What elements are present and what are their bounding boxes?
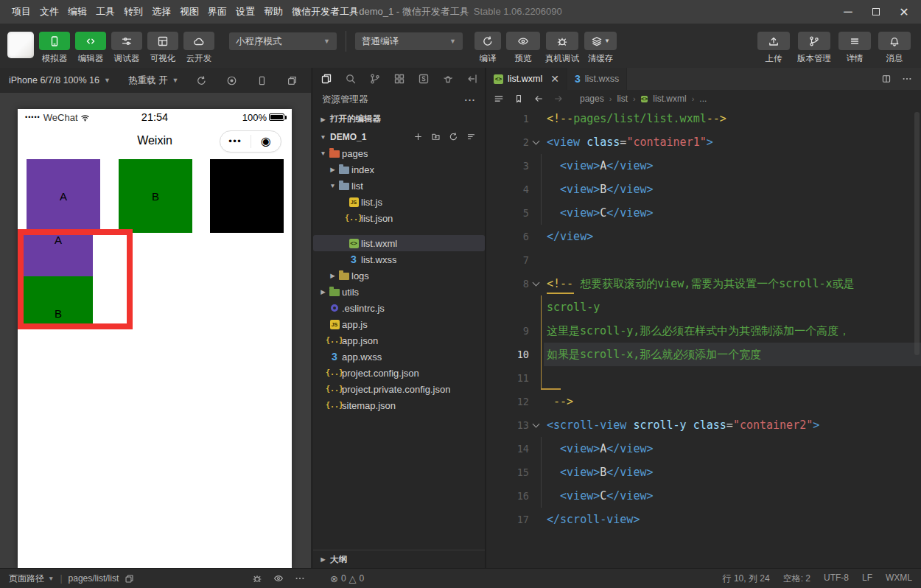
toolbar-button-调试器[interactable]: 调试器	[111, 24, 142, 64]
menu-item-2[interactable]: 文件	[35, 5, 63, 18]
code-line-16[interactable]: 16 <view>C</view>	[486, 484, 921, 508]
eye-icon[interactable]	[273, 573, 284, 584]
code-editor[interactable]: 1<!--pages/list/list.wxml-->2<view class…	[486, 107, 921, 568]
refresh-icon[interactable]	[196, 75, 207, 86]
menu-item-4[interactable]: 工具	[91, 5, 119, 18]
statusbar-item-3[interactable]: LF	[862, 573, 872, 585]
scroll-view[interactable]: AB	[18, 229, 133, 329]
list-lines-icon[interactable]	[494, 94, 504, 104]
tree-item-project.config.json[interactable]: {..}project.config.json	[313, 365, 485, 381]
dots-icon[interactable]	[295, 573, 305, 584]
newfolder-icon[interactable]	[431, 132, 441, 141]
toolbar-button-真机调试[interactable]: 真机调试	[545, 24, 579, 64]
toolbar-button-编译[interactable]: 编译	[474, 24, 501, 64]
collapse-all-icon[interactable]	[466, 132, 476, 141]
tree-item-index[interactable]: ▶index	[313, 161, 485, 178]
windows-icon[interactable]	[287, 75, 298, 86]
problems-indicator[interactable]: ⊗ 0 △ 0	[330, 573, 364, 584]
more-actions-icon[interactable]: ···	[465, 95, 477, 105]
menu-item-3[interactable]: 编辑	[63, 5, 91, 18]
code-line-2[interactable]: 2<view class="container1">	[486, 130, 921, 154]
maximize-button[interactable]	[862, 0, 890, 24]
files-icon[interactable]	[321, 73, 332, 85]
arrow-right-icon[interactable]	[553, 94, 564, 104]
menu-item-1[interactable]: 项目	[7, 5, 35, 18]
tree-item-list.wxml[interactable]: <>list.wxml	[313, 235, 485, 251]
toolbar-button-编辑器[interactable]: 编辑器	[75, 24, 106, 64]
plus-icon[interactable]	[413, 132, 423, 141]
open-editors-section[interactable]: ▶ 打开的编辑器	[313, 110, 485, 128]
statusbar-item-4[interactable]: WXML	[886, 573, 912, 585]
toolbar-button-清缓存[interactable]: ▼清缓存	[584, 24, 617, 64]
bookmark-icon[interactable]	[514, 94, 524, 104]
tree-item-list[interactable]: ▼list	[313, 178, 485, 194]
code-line-wrap[interactable]: scroll-y	[486, 295, 921, 319]
code-line-13[interactable]: 13<scroll-view scroll-y class="container…	[486, 413, 921, 437]
branch-icon[interactable]	[369, 73, 381, 85]
exit-button[interactable]: ◉	[251, 131, 281, 152]
tree-item-pages[interactable]: ▼pages	[313, 145, 485, 161]
code-line-3[interactable]: 3 <view>A</view>	[486, 154, 921, 178]
tree-item-sitemap.json[interactable]: {..}sitemap.json	[313, 397, 485, 413]
code-line-6[interactable]: 6</view>	[486, 225, 921, 248]
toolbar-button-消息[interactable]: 消息	[878, 24, 911, 64]
code-line-14[interactable]: 14 <view>A</view>	[486, 437, 921, 461]
search-icon[interactable]	[345, 73, 357, 85]
teapot-icon[interactable]	[442, 73, 454, 85]
toolbar-button-上传[interactable]: 上传	[757, 24, 790, 64]
fold-chevron-icon[interactable]	[533, 138, 540, 145]
statusbar-item-1[interactable]: 空格: 2	[783, 573, 810, 585]
close-icon[interactable]: ✕	[550, 74, 559, 84]
tree-item-utils[interactable]: ▶utils	[313, 284, 485, 300]
hot-reload-select[interactable]: 热重载 开▼	[128, 74, 178, 87]
menu-item-9[interactable]: 设置	[231, 5, 259, 18]
code-line-15[interactable]: 15 <view>B</view>	[486, 461, 921, 484]
project-root-row[interactable]: ▼ DEMO_1	[313, 128, 485, 145]
fold-chevron-icon[interactable]	[533, 421, 540, 428]
breadcrumb-item[interactable]: ...	[699, 94, 707, 104]
tab-list.wxss[interactable]: 3list.wxss	[567, 68, 627, 90]
menu-item-6[interactable]: 选择	[147, 5, 175, 18]
code-line-7[interactable]: 7	[486, 248, 921, 272]
toolbar-button-可视化[interactable]: 可视化	[147, 24, 178, 64]
tree-item-app.wxss[interactable]: 3app.wxss	[313, 349, 485, 365]
code-line-8[interactable]: 8<!-- 想要获取滚动的view,需要为其设置一个scroll-x或是	[486, 272, 921, 295]
fold-chevron-icon[interactable]	[533, 279, 540, 287]
menu-item-5[interactable]: 转到	[119, 5, 147, 18]
bug-icon[interactable]	[252, 573, 262, 584]
statusbar-item-2[interactable]: UTF-8	[824, 573, 849, 585]
minimize-button[interactable]: ─	[834, 0, 862, 24]
tree-item-app.json[interactable]: {..}app.json	[313, 332, 485, 349]
code-line-10[interactable]: 10如果是scroll-x,那么就必须添加一个宽度	[486, 343, 921, 366]
menu-item-10[interactable]: 帮助	[259, 5, 287, 18]
compile-select[interactable]: 普通编译▼	[355, 32, 463, 50]
mode-select[interactable]: 小程序模式▼	[229, 32, 337, 50]
code-line-4[interactable]: 4 <view>B</view>	[486, 178, 921, 201]
code-line-9[interactable]: 9这里是scroll-y,那么必须在样式中为其强制添加一个高度，	[486, 319, 921, 343]
toolbar-button-云开发[interactable]: 云开发	[183, 24, 214, 64]
avatar[interactable]	[7, 32, 34, 58]
refresh-icon[interactable]	[449, 132, 458, 141]
tree-item-app.js[interactable]: JSapp.js	[313, 316, 485, 332]
square-s-icon[interactable]	[418, 73, 430, 85]
tree-item-list.js[interactable]: JSlist.js	[313, 194, 485, 210]
code-line-5[interactable]: 5 <view>C</view>	[486, 201, 921, 225]
arrow-left-icon[interactable]	[533, 94, 544, 104]
tree-item-logs[interactable]: ▶logs	[313, 267, 485, 284]
outline-section[interactable]: ▶ 大纲	[313, 550, 485, 568]
menu-item-7[interactable]: 视图	[175, 5, 203, 18]
breadcrumb-item[interactable]: list	[617, 94, 628, 104]
toolbar-button-版本管理[interactable]: 版本管理	[797, 24, 831, 64]
menu-item-11[interactable]: 微信开发者工具	[287, 5, 363, 18]
tree-item-.eslintrc.js[interactable]: .eslintrc.js	[313, 300, 485, 316]
breadcrumb-item[interactable]: pages	[580, 94, 604, 104]
tab-list.wxml[interactable]: <>list.wxml✕	[486, 68, 567, 90]
code-line-1[interactable]: 1<!--pages/list/list.wxml-->	[486, 107, 921, 130]
tree-item-project.private.config.json[interactable]: {..}project.private.config.json	[313, 381, 485, 397]
blocks-icon[interactable]	[393, 73, 405, 85]
split-icon[interactable]	[881, 74, 892, 84]
code-line-17[interactable]: 17</scroll-view>	[486, 508, 921, 531]
dots-icon[interactable]	[902, 74, 912, 84]
record-icon[interactable]	[226, 75, 237, 86]
device-select[interactable]: iPhone 6/7/8 100% 16▼	[9, 75, 111, 85]
